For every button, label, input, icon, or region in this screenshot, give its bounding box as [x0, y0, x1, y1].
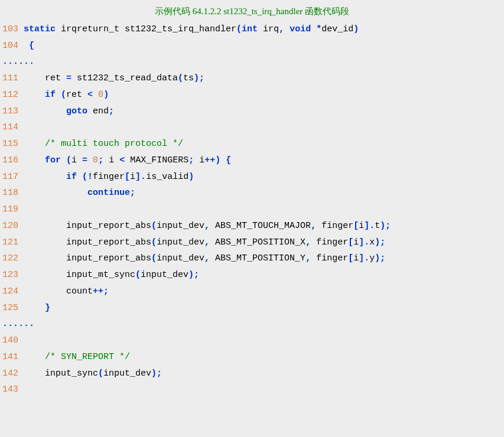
code-content: if (ret < 0) [24, 87, 502, 103]
token-type: int [242, 24, 258, 34]
token-punct: < [87, 90, 93, 100]
token-kw: if [66, 172, 77, 182]
token-plain: irq [258, 24, 279, 34]
token-punct: ]. [359, 237, 369, 247]
token-plain [77, 172, 82, 182]
code-content: input_report_abs(input_dev, ABS_MT_TOUCH… [24, 218, 502, 234]
line-number: 123 [2, 267, 24, 283]
token-punct: ]. [364, 221, 375, 231]
code-line: 114 [2, 119, 502, 136]
token-punct: [ [348, 253, 353, 263]
code-content [24, 332, 502, 349]
token-plain: dev_id [321, 24, 353, 34]
token-plain [24, 188, 87, 198]
token-plain [24, 41, 29, 51]
token-punct: ( [66, 155, 71, 165]
token-plain: input_dev [141, 270, 188, 280]
code-content: ...... [2, 316, 502, 332]
token-punct: * [316, 24, 321, 34]
token-num: 0 [98, 90, 103, 100]
token-plain [24, 90, 45, 100]
token-plain: input_dev [157, 253, 204, 263]
token-punct: ; [188, 155, 194, 165]
token-plain: ts [183, 73, 194, 83]
token-punct: ( [61, 90, 66, 100]
token-plain: end [87, 106, 109, 116]
token-plain: input_sync [24, 368, 98, 379]
token-plain [93, 90, 98, 100]
line-number: 141 [2, 349, 24, 366]
line-number: 143 [2, 381, 24, 398]
token-punct: ); [375, 253, 385, 263]
token-plain: input_report_abs [24, 221, 151, 231]
token-plain: input_dev [157, 237, 204, 247]
token-plain: input_dev [103, 368, 151, 379]
code-content [24, 381, 502, 398]
token-plain [61, 155, 66, 165]
code-content: input_report_abs(input_dev, ABS_MT_POSIT… [24, 234, 502, 251]
line-number: 121 [2, 234, 24, 251]
code-content: /* SYN_REPORT */ [24, 349, 502, 366]
line-number: 124 [2, 283, 24, 300]
code-content: /* multi touch protocol */ [24, 136, 502, 152]
token-punct: ; [109, 106, 114, 116]
code-line: 122 input_report_abs(input_dev, ABS_MT_P… [2, 250, 502, 267]
token-comment: /* multi touch protocol */ [45, 139, 183, 149]
code-content: input_sync(input_dev); [24, 366, 502, 382]
line-number: 116 [2, 152, 24, 169]
code-content: goto end; [24, 103, 502, 120]
token-plain: MAX_FINGERS [125, 155, 188, 165]
token-punct: ( [151, 253, 157, 263]
token-plain: is_valid [146, 172, 188, 182]
token-plain [56, 90, 61, 100]
token-plain: i [353, 253, 359, 263]
token-plain [24, 106, 66, 116]
token-plain: t [375, 221, 380, 231]
token-plain: finger [311, 237, 348, 247]
token-punct: , [279, 24, 284, 34]
token-plain: input_report_abs [24, 237, 151, 247]
token-punct: ; [98, 155, 103, 165]
token-plain: i [359, 221, 364, 231]
token-plain: x [369, 237, 375, 247]
token-type: void [290, 24, 311, 34]
token-comment: /* SYN_REPORT */ [45, 352, 130, 362]
token-punct: , [204, 253, 210, 263]
token-plain [311, 24, 316, 34]
code-line: 112 if (ret < 0) [2, 87, 502, 103]
line-number: 142 [2, 366, 24, 382]
token-plain: input_report_abs [24, 253, 151, 263]
line-number: 111 [2, 70, 24, 87]
token-punct: { [29, 41, 34, 51]
token-plain [24, 139, 45, 149]
token-plain: ret [66, 90, 87, 100]
token-punct: , [305, 253, 311, 263]
token-plain: finger [93, 172, 125, 182]
code-line: 140 [2, 332, 502, 349]
token-plain [220, 155, 226, 165]
token-punct: ; [130, 188, 135, 198]
token-punct: = [82, 155, 87, 165]
line-number: 140 [2, 332, 24, 349]
token-punct: ); [188, 270, 199, 280]
token-punct: ]. [359, 253, 369, 263]
token-plain: i [130, 172, 135, 182]
token-punct: ( [98, 368, 103, 379]
token-plain: ABS_MT_POSITION_Y [210, 253, 305, 263]
line-number: 119 [2, 201, 24, 218]
token-plain: i [194, 155, 204, 165]
code-content: continue; [24, 185, 502, 201]
code-content [24, 119, 502, 136]
code-line: 119 [2, 201, 502, 218]
token-punct: [ [348, 237, 353, 247]
token-plain: y [369, 253, 375, 263]
token-plain [284, 24, 290, 34]
code-line: 104 { [2, 38, 502, 54]
token-plain: finger [311, 253, 348, 263]
code-content: count++; [24, 283, 502, 300]
code-line: 124 count++; [2, 283, 502, 300]
token-punct: (! [82, 172, 93, 182]
token-punct: , [204, 221, 210, 231]
token-plain: ABS_MT_TOUCH_MAJOR [210, 221, 311, 231]
code-content: ...... [2, 54, 502, 70]
